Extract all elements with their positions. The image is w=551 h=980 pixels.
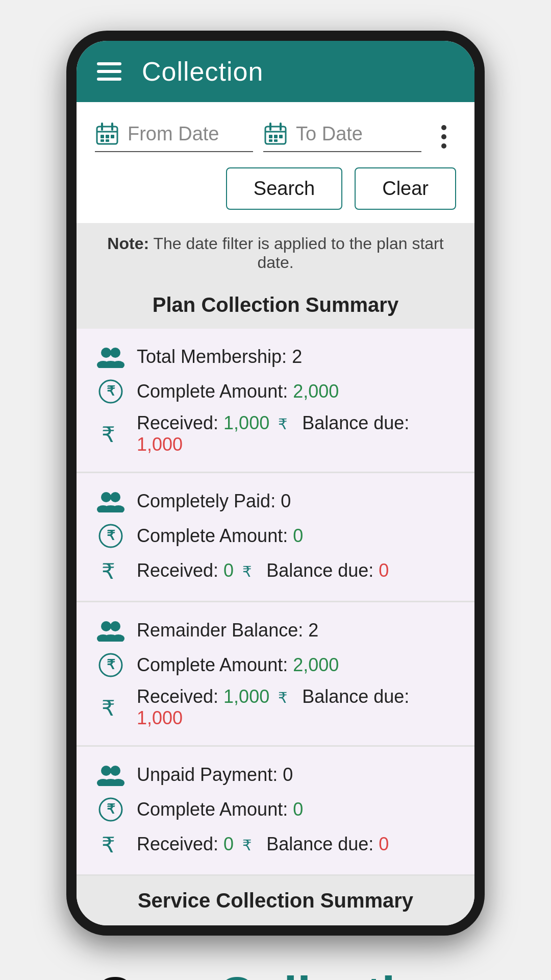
svg-point-28 xyxy=(110,492,120,502)
complete-amount-label-2: Complete Amount: 0 xyxy=(137,525,454,547)
card-row-5: ₹ Complete Amount: 0 xyxy=(97,522,454,550)
rupee-circle-icon-4: ₹ xyxy=(97,796,124,823)
card-row-6: ₹ Received: 0 ₹ Balance due: 0 xyxy=(97,557,454,584)
svg-text:₹: ₹ xyxy=(107,383,115,399)
svg-text:₹: ₹ xyxy=(102,696,115,720)
to-date-calendar-icon xyxy=(263,121,288,146)
remainder-group-icon xyxy=(97,617,124,644)
svg-rect-15 xyxy=(279,135,283,138)
svg-rect-7 xyxy=(101,139,104,142)
phone-shell: Collection xyxy=(66,31,485,936)
card-row-4: Completely Paid: 0 xyxy=(97,487,454,515)
unpaid-payment-count: 0 xyxy=(283,764,293,785)
received-val-3: 1,000 xyxy=(223,686,269,707)
card-row-8: ₹ Complete Amount: 2,000 xyxy=(97,651,454,679)
svg-point-46 xyxy=(110,766,120,776)
card-row-2: ₹ Complete Amount: 2,000 xyxy=(97,378,454,405)
svg-rect-17 xyxy=(274,139,278,142)
complete-amount-label-3: Complete Amount: 2,000 xyxy=(137,654,454,676)
balance-val-4: 0 xyxy=(379,834,389,854)
date-row: From Date xyxy=(95,116,456,157)
received-val-1: 1,000 xyxy=(223,412,269,433)
completely-paid-label: Completely Paid: 0 xyxy=(137,491,454,512)
rupee-inline-icon-2: ₹ xyxy=(242,562,258,581)
remainder-balance-card: Remainder Balance: 2 ₹ Complete Amount: … xyxy=(77,602,474,747)
from-date-calendar-icon xyxy=(95,121,119,146)
card-row-12: ₹ Received: 0 ₹ Balance due: 0 xyxy=(97,830,454,858)
complete-amount-val-2: 0 xyxy=(293,525,303,546)
total-membership-label: Total Membership: 2 xyxy=(137,346,454,368)
completely-paid-card: Completely Paid: 0 ₹ Complete Amount: 0 xyxy=(77,473,474,602)
balance-val-1: 1,000 xyxy=(137,434,183,455)
svg-text:₹: ₹ xyxy=(102,833,115,856)
membership-group-icon xyxy=(97,343,124,371)
card-row-10: Unpaid Payment: 0 xyxy=(97,761,454,789)
received-val-2: 0 xyxy=(223,560,234,581)
svg-rect-16 xyxy=(269,139,272,142)
unpaid-payment-card: Unpaid Payment: 0 ₹ Complete Amount: 0 xyxy=(77,747,474,876)
service-summary-header: Service Collection Summary xyxy=(77,876,474,925)
rupee-inline-icon-1: ₹ xyxy=(278,415,294,433)
rupee-icon-3: ₹ xyxy=(97,694,124,721)
svg-rect-14 xyxy=(274,135,278,138)
to-date-field[interactable]: To Date xyxy=(263,121,421,152)
svg-rect-6 xyxy=(111,135,114,138)
svg-point-19 xyxy=(110,348,120,358)
svg-point-45 xyxy=(101,766,111,776)
rupee-circle-icon-1: ₹ xyxy=(97,378,124,405)
svg-text:₹: ₹ xyxy=(243,838,252,854)
completely-paid-count: 0 xyxy=(281,491,291,511)
filter-buttons: Search Clear xyxy=(95,167,456,210)
more-options-icon[interactable] xyxy=(432,116,456,157)
summary-cards: Total Membership: 2 ₹ Complete Amount: 2… xyxy=(77,329,474,876)
remainder-balance-count: 2 xyxy=(308,620,318,641)
svg-text:₹: ₹ xyxy=(107,801,115,817)
svg-text:₹: ₹ xyxy=(107,528,115,543)
clear-button[interactable]: Clear xyxy=(355,167,456,210)
note-text: The date filter is applied to the plan s… xyxy=(153,234,443,272)
rupee-icon-4: ₹ xyxy=(97,830,124,858)
remainder-balance-label: Remainder Balance: 2 xyxy=(137,620,454,641)
rupee-icon-1: ₹ xyxy=(97,420,124,448)
complete-amount-val-4: 0 xyxy=(293,799,303,820)
svg-point-37 xyxy=(110,621,120,631)
unpaid-payment-label: Unpaid Payment: 0 xyxy=(137,764,454,786)
svg-rect-13 xyxy=(269,135,272,138)
total-membership-card: Total Membership: 2 ₹ Complete Amount: 2… xyxy=(77,329,474,473)
balance-val-3: 1,000 xyxy=(137,707,183,728)
svg-text:₹: ₹ xyxy=(279,416,288,433)
card-row-3: ₹ Received: 1,000 ₹ Balance due: 1,000 xyxy=(97,412,454,455)
complete-amount-val-1: 2,000 xyxy=(293,381,339,402)
svg-point-27 xyxy=(101,492,111,502)
card-row-1: Total Membership: 2 xyxy=(97,343,454,371)
balance-val-2: 0 xyxy=(379,560,389,581)
search-button[interactable]: Search xyxy=(226,167,342,210)
total-membership-count: 2 xyxy=(292,346,302,367)
to-date-label: To Date xyxy=(296,123,421,145)
complete-amount-val-3: 2,000 xyxy=(293,654,339,675)
note-label: Note: xyxy=(107,234,149,253)
rupee-inline-icon-4: ₹ xyxy=(242,836,258,854)
svg-point-18 xyxy=(101,348,111,358)
app-bar: Collection xyxy=(77,41,474,102)
paid-group-icon xyxy=(97,487,124,515)
app-bar-title: Collection xyxy=(142,56,263,87)
note-bar: Note: The date filter is applied to the … xyxy=(77,223,474,283)
svg-rect-4 xyxy=(101,135,104,138)
svg-text:₹: ₹ xyxy=(107,657,115,672)
bottom-text-area: Gym Collection Report xyxy=(0,966,551,980)
svg-point-36 xyxy=(101,621,111,631)
rupee-icon-2: ₹ xyxy=(97,557,124,584)
from-date-label: From Date xyxy=(128,123,253,145)
svg-text:₹: ₹ xyxy=(243,564,252,580)
from-date-field[interactable]: From Date xyxy=(95,121,253,152)
rupee-circle-icon-3: ₹ xyxy=(97,651,124,679)
hamburger-menu-icon[interactable] xyxy=(97,62,121,81)
svg-text:₹: ₹ xyxy=(102,423,115,446)
card-row-11: ₹ Complete Amount: 0 xyxy=(97,796,454,823)
plan-summary-header: Plan Collection Summary xyxy=(77,283,474,329)
rupee-inline-icon-3: ₹ xyxy=(278,689,294,707)
svg-text:₹: ₹ xyxy=(102,559,115,583)
bottom-text-prefix: Gym xyxy=(96,967,218,980)
received-balance-2: Received: 0 ₹ Balance due: 0 xyxy=(137,560,454,581)
